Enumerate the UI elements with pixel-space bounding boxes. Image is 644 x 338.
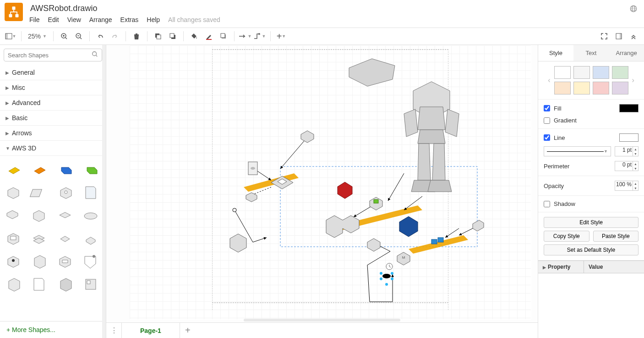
swatch[interactable] — [554, 82, 571, 94]
search-shapes[interactable] — [4, 49, 102, 61]
waypoint-button[interactable]: ▼ — [253, 29, 267, 43]
menu-arrange[interactable]: Arrange — [89, 16, 112, 23]
menu-edit[interactable]: Edit — [48, 16, 59, 23]
shape-aws-orange[interactable] — [28, 161, 49, 179]
shape-item[interactable] — [28, 183, 49, 202]
fill-color-button[interactable] — [187, 29, 201, 43]
format-panel-button[interactable] — [612, 29, 626, 43]
opacity-input[interactable]: 100 %▲▼ — [615, 181, 639, 191]
svg-point-70 — [380, 272, 382, 275]
gradient-label: Gradient — [554, 117, 577, 124]
category-general[interactable]: ▶General — [0, 65, 106, 80]
shape-item[interactable] — [28, 229, 49, 248]
swatch[interactable] — [612, 66, 628, 79]
page-menu-button[interactable]: ⋮ — [106, 323, 122, 338]
shape-item[interactable] — [28, 252, 49, 271]
shape-item[interactable] — [80, 206, 101, 225]
shape-item[interactable] — [3, 229, 24, 248]
shapes-sidebar: ▶General ▶Misc ▶Advanced ▶Basic ▶Arrows … — [0, 45, 106, 338]
line-weight-input[interactable]: 1 pt▲▼ — [615, 146, 639, 156]
view-dropdown[interactable]: ▼ — [4, 29, 17, 43]
document-title[interactable]: AWSRobot.drawio — [28, 3, 220, 14]
tab-arrange[interactable]: Arrange — [609, 45, 644, 61]
paste-style-button[interactable]: Paste Style — [593, 231, 639, 242]
category-basic[interactable]: ▶Basic — [0, 111, 106, 126]
shape-item[interactable] — [55, 206, 76, 225]
swatch[interactable] — [612, 82, 628, 94]
gradient-checkbox[interactable] — [544, 117, 550, 124]
zoom-in-button[interactable] — [57, 29, 71, 43]
shape-aws-blue[interactable] — [55, 161, 76, 179]
shape-item[interactable] — [28, 206, 49, 225]
shape-aws-green[interactable] — [80, 161, 101, 179]
more-shapes-button[interactable]: + More Shapes... — [0, 321, 106, 338]
menu-extras[interactable]: Extras — [120, 16, 139, 23]
category-arrows[interactable]: ▶Arrows — [0, 126, 106, 141]
shadow-button[interactable] — [217, 29, 230, 43]
insert-button[interactable]: +▼ — [274, 29, 288, 43]
shape-item[interactable] — [55, 229, 76, 248]
add-page-button[interactable]: + — [180, 325, 196, 336]
category-misc[interactable]: ▶Misc — [0, 80, 106, 95]
shape-item[interactable] — [80, 229, 101, 248]
category-aws3d[interactable]: ▼AWS 3D — [0, 141, 106, 156]
diagram-canvas[interactable]: M — [129, 45, 528, 320]
menu-help[interactable]: Help — [147, 16, 160, 23]
shape-item[interactable] — [3, 252, 24, 271]
line-checkbox[interactable] — [544, 134, 550, 141]
line-color-button[interactable] — [202, 29, 216, 43]
swatch[interactable] — [573, 66, 590, 79]
menu-file[interactable]: File — [29, 16, 40, 23]
search-input[interactable] — [8, 52, 92, 59]
swatch-next[interactable]: › — [631, 76, 635, 84]
swatch[interactable] — [554, 66, 571, 79]
shape-item[interactable] — [55, 183, 76, 202]
svg-marker-59 — [370, 197, 382, 210]
canvas-h-scrollbar[interactable] — [244, 319, 400, 321]
swatch[interactable] — [573, 82, 590, 94]
zoom-out-button[interactable] — [72, 29, 86, 43]
swatch[interactable] — [593, 66, 609, 79]
fill-checkbox[interactable] — [544, 105, 550, 111]
svg-marker-28 — [33, 211, 44, 222]
shape-item[interactable] — [80, 275, 101, 294]
sidebar-scrollbar[interactable] — [102, 45, 106, 338]
shape-aws-yellow[interactable] — [3, 161, 24, 179]
line-style-select[interactable]: ▼ — [544, 146, 611, 156]
app-logo[interactable] — [5, 3, 23, 21]
menu-view[interactable]: View — [67, 16, 81, 23]
tab-style[interactable]: Style — [538, 45, 573, 61]
swatch[interactable] — [593, 82, 609, 94]
edit-style-button[interactable]: Edit Style — [544, 217, 639, 228]
page-tab-1[interactable]: Page-1 — [122, 323, 180, 338]
language-button[interactable] — [628, 3, 639, 17]
set-default-style-button[interactable]: Set as Default Style — [544, 244, 639, 255]
line-color-chip[interactable] — [619, 133, 639, 142]
shape-item[interactable] — [55, 252, 76, 271]
shape-item[interactable] — [80, 252, 101, 271]
shape-item[interactable] — [3, 275, 24, 294]
swatch-prev[interactable]: ‹ — [547, 76, 551, 84]
copy-style-button[interactable]: Copy Style — [544, 231, 589, 242]
shape-item[interactable] — [28, 275, 49, 294]
to-front-button[interactable] — [151, 29, 165, 43]
zoom-select[interactable]: 25%▼ — [25, 31, 49, 42]
fill-color-chip[interactable] — [619, 104, 639, 112]
perimeter-input[interactable]: 0 pt▲▼ — [615, 161, 639, 171]
shape-item[interactable] — [80, 183, 101, 202]
to-back-button[interactable] — [166, 29, 180, 43]
delete-button[interactable] — [130, 29, 143, 43]
fullscreen-button[interactable] — [597, 29, 611, 43]
toolbar: ▼ 25%▼ ▼ ▼ +▼ — [0, 28, 644, 45]
tab-text[interactable]: Text — [573, 45, 609, 61]
canvas-area[interactable]: M — [106, 45, 538, 338]
shadow-checkbox[interactable] — [544, 201, 550, 207]
connection-button[interactable]: ▼ — [238, 29, 252, 43]
shape-item[interactable] — [55, 275, 76, 294]
undo-button[interactable] — [93, 29, 107, 43]
shape-item[interactable] — [3, 206, 24, 225]
category-advanced[interactable]: ▶Advanced — [0, 95, 106, 111]
shape-item[interactable] — [3, 183, 24, 202]
redo-button[interactable] — [108, 29, 122, 43]
collapse-button[interactable] — [627, 29, 640, 43]
